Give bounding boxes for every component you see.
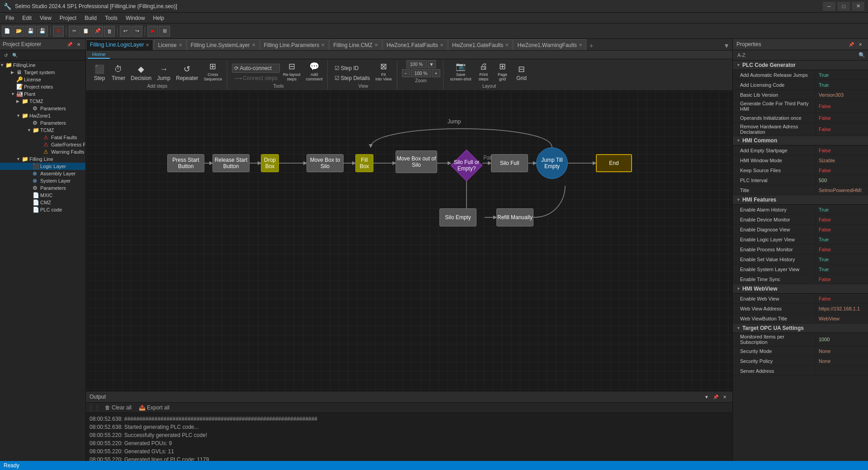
- ribbon-btn-connect-steps[interactable]: ⟶ Connect steps: [232, 74, 280, 83]
- tab-license[interactable]: License ✕: [154, 39, 186, 50]
- zoom-increase[interactable]: +: [432, 69, 440, 77]
- output-pin-button[interactable]: 📌: [712, 393, 720, 401]
- tree-mxic[interactable]: 📄 MXIC: [0, 192, 85, 199]
- toolbar-undo[interactable]: ↩: [120, 26, 131, 37]
- pe-pin-button[interactable]: 📌: [66, 40, 74, 48]
- output-export-all-button[interactable]: 📤 Export all: [136, 404, 172, 412]
- tree-params-2[interactable]: ⚙ Parameters: [0, 119, 85, 127]
- maximize-button[interactable]: □: [837, 2, 850, 11]
- output-clear-all-button[interactable]: 🗑 Clear all: [102, 404, 134, 412]
- tab-parameters[interactable]: Filling Line.Parameters ✕: [260, 39, 329, 50]
- ribbon-btn-jump[interactable]: → Jump: [155, 63, 173, 83]
- ribbon-btn-step-id[interactable]: ☑ Step ID: [332, 64, 372, 73]
- tree-logic-layer[interactable]: ⬛ Logic Layer: [0, 163, 85, 170]
- prop-close-button[interactable]: ✕: [856, 40, 864, 48]
- tab-close-fatal[interactable]: ✕: [440, 42, 443, 47]
- ribbon-tab-home[interactable]: Home: [88, 51, 110, 59]
- tree-project-notes[interactable]: 📝 Project notes: [0, 83, 85, 90]
- ribbon-btn-fit-view[interactable]: ⊠ Fitinto View: [373, 60, 394, 83]
- tab-fatal-faults[interactable]: HwZone1.FatalFaults ✕: [382, 39, 448, 50]
- tree-assembly-layer[interactable]: ⊕ Assembly Layer: [0, 170, 85, 177]
- tree-target-system[interactable]: ▶ 🖥 Target system: [0, 69, 85, 76]
- ribbon-btn-add-comment[interactable]: 💬 Addcomment: [303, 60, 325, 83]
- tab-close-gate[interactable]: ✕: [505, 42, 509, 47]
- tab-close-logic-layer[interactable]: ✕: [146, 42, 149, 47]
- tree-plc-code[interactable]: 📄 PLC code: [0, 206, 85, 213]
- tree-tcmz-1[interactable]: ▶ 📁 TCMZ: [0, 98, 85, 105]
- tab-close-params[interactable]: ✕: [321, 42, 325, 47]
- tab-overflow-button[interactable]: ▼: [721, 41, 732, 50]
- tree-tcmz-2[interactable]: ▼ 📁 TCMZ: [0, 127, 85, 134]
- menu-edit[interactable]: Edit: [19, 14, 35, 22]
- tree-hwzone1[interactable]: ▼ 📁 HwZone1: [0, 112, 85, 119]
- toolbar-extra[interactable]: ⊞: [159, 26, 170, 37]
- toolbar-generate[interactable]: ▶: [147, 26, 158, 37]
- ribbon-btn-screenshot[interactable]: 📷 Savescreen-shot: [448, 60, 474, 83]
- prop-section-hmi-features[interactable]: ▼ HMI Features: [733, 195, 868, 205]
- tree-filling-line[interactable]: ▼ 📁 FillingLine: [0, 61, 85, 69]
- menu-view[interactable]: View: [36, 14, 55, 22]
- toolbar-save[interactable]: 💾: [25, 26, 36, 37]
- tab-close-cmz[interactable]: ✕: [374, 42, 378, 47]
- prop-pin-button[interactable]: 📌: [847, 40, 855, 48]
- ribbon-btn-step[interactable]: ⬛ Step: [90, 63, 108, 83]
- ribbon-btn-step-details[interactable]: ☑ Step Details: [332, 74, 372, 83]
- tree-system-layer[interactable]: ⊗ System Layer: [0, 177, 85, 184]
- tree-plant[interactable]: ▼ 🏭 Plant: [0, 90, 85, 98]
- tab-logic-layer[interactable]: Filling Line.LogicLayer ✕: [86, 39, 153, 50]
- tab-warning-faults[interactable]: HwZone1.WarningFaults ✕: [513, 39, 586, 50]
- ribbon-btn-repeater[interactable]: ↺ Repeater: [174, 63, 200, 83]
- prop-sort-button[interactable]: A-Z: [735, 52, 748, 59]
- tab-add-button[interactable]: +: [587, 41, 596, 50]
- flow-node-refill[interactable]: Refill Manually: [496, 208, 533, 226]
- tree-warning-faults[interactable]: ⚠ Warning Faults: [0, 148, 85, 155]
- tab-close-system[interactable]: ✕: [252, 42, 255, 47]
- flow-node-release-start[interactable]: Release StartButton: [212, 154, 250, 172]
- ribbon-btn-grid[interactable]: ⊟ Grid: [513, 63, 531, 83]
- flow-node-fill-box[interactable]: FillBox: [355, 154, 373, 172]
- toolbar-open[interactable]: 📂: [14, 26, 24, 37]
- close-button[interactable]: ✕: [852, 2, 864, 11]
- ribbon-btn-page-grid[interactable]: ⊞ Pagegrid: [494, 60, 512, 83]
- flow-node-silo-empty[interactable]: Silo Empty: [439, 208, 476, 226]
- toolbar-save2[interactable]: 💾: [37, 26, 48, 37]
- flow-node-decision[interactable]: Silo Full orEmpty?: [451, 150, 482, 181]
- zoom-input-1[interactable]: [406, 60, 427, 68]
- menu-project[interactable]: Project: [56, 14, 80, 22]
- canvas-area[interactable]: Path1 Jump: [86, 91, 732, 391]
- ribbon-btn-print[interactable]: 🖨 Printsteps: [475, 61, 493, 83]
- tree-fatal-faults[interactable]: ⚠ Fatal Faults: [0, 134, 85, 141]
- toolbar-copy[interactable]: 📋: [80, 26, 91, 37]
- minimize-button[interactable]: ─: [823, 2, 835, 11]
- flow-node-move-box-silo[interactable]: Move Box toSilo: [307, 154, 344, 172]
- ribbon-btn-timer[interactable]: ⏱ Timer: [109, 63, 127, 83]
- tab-close-license[interactable]: ✕: [179, 42, 182, 47]
- menu-tools[interactable]: Tools: [101, 14, 121, 22]
- menu-build[interactable]: Build: [81, 14, 100, 22]
- tree-gate-faults[interactable]: ⚠ Gate/Fortress Faults: [0, 141, 85, 148]
- pe-refresh-button[interactable]: ↺: [2, 51, 10, 59]
- tree-cmz[interactable]: 📄 CMZ: [0, 199, 85, 206]
- pe-close-button[interactable]: ✕: [75, 40, 83, 48]
- prop-section-opc[interactable]: ▼ Target OPC UA Settings: [733, 324, 868, 333]
- toolbar-paste[interactable]: 📌: [92, 26, 103, 37]
- tab-system-layer[interactable]: Filling Line.SystemLayer ✕: [187, 39, 259, 50]
- toolbar-build[interactable]: ⚙: [53, 26, 64, 37]
- tree-filling-line-folder[interactable]: ▼ 📁 Filling Line: [0, 155, 85, 163]
- menu-help[interactable]: Help: [150, 14, 168, 22]
- tab-close-warning[interactable]: ✕: [579, 42, 582, 47]
- pe-search-button[interactable]: 🔍: [11, 51, 19, 59]
- flow-node-jump-empty[interactable]: Jump TillEmpty: [536, 147, 568, 179]
- tab-cmz[interactable]: Filling Line.CMZ ✕: [329, 39, 382, 50]
- tab-gate-faults[interactable]: HwZone1.GateFaults ✕: [448, 39, 513, 50]
- zoom-input-2[interactable]: [411, 69, 431, 77]
- output-close-button[interactable]: ✕: [721, 393, 729, 401]
- tree-license[interactable]: 🔑 License: [0, 76, 85, 83]
- flow-node-silo-full[interactable]: Silo Full: [491, 154, 528, 172]
- flow-node-press-start[interactable]: Press StartButton: [167, 154, 204, 172]
- toolbar-new[interactable]: 📄: [2, 26, 13, 37]
- toolbar-delete[interactable]: 🗑: [104, 26, 115, 37]
- ribbon-btn-auto-connect[interactable]: ⟳ Auto-connect: [232, 64, 280, 73]
- prop-search-button[interactable]: 🔍: [857, 51, 866, 59]
- ribbon-btn-cross-sequence[interactable]: ⊞ CrossSequence: [202, 60, 225, 83]
